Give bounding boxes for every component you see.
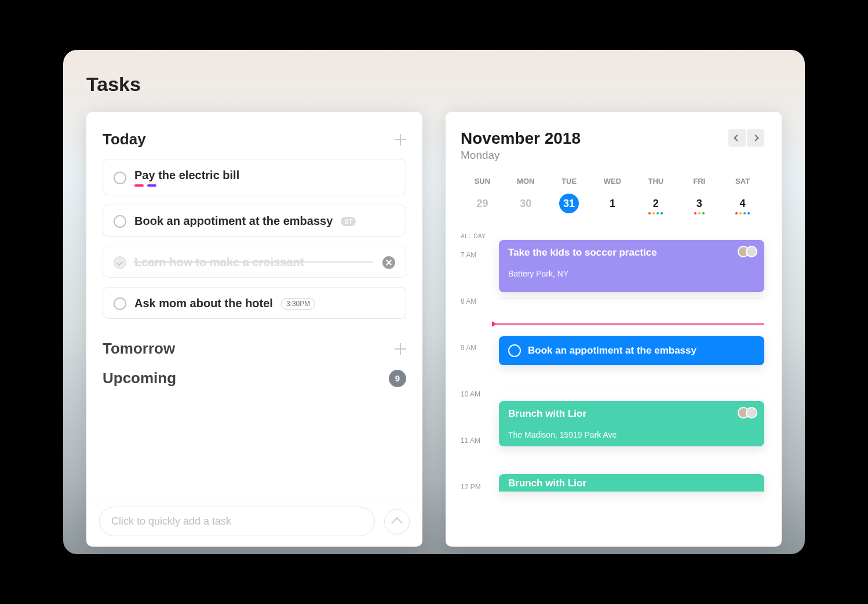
- event-location: The Madison, 15919 Park Ave: [508, 430, 755, 439]
- task-card[interactable]: Pay the electric bill: [103, 159, 406, 195]
- day-number: 29: [476, 198, 488, 210]
- event-brunch-2[interactable]: Brunch with Lior: [499, 474, 764, 492]
- weekday-label: THU: [634, 177, 677, 185]
- hour-label: 11 AM: [461, 436, 499, 483]
- task-badge: ST: [341, 217, 356, 226]
- weekday-label: SUN: [461, 177, 504, 185]
- day-number-active: 31: [559, 194, 579, 213]
- day-dots: [735, 212, 750, 214]
- day-cell[interactable]: 29: [461, 198, 504, 214]
- calendar-panel: November 2018 Monday SUN MON TUE WED THU…: [446, 112, 782, 547]
- add-tomorrow-task-icon[interactable]: [395, 343, 406, 355]
- weekday-label: WED: [591, 177, 634, 185]
- weekday-label: SAT: [721, 177, 764, 185]
- event-embassy[interactable]: Book an appotiment at the embassy: [499, 336, 764, 365]
- task-title: Ask mom about the hotel: [134, 297, 273, 310]
- current-time-indicator: [494, 323, 764, 325]
- task-title: Pay the electric bill: [134, 169, 239, 182]
- day-cell[interactable]: 4: [721, 198, 764, 214]
- time-column: ALL DAY 7 AM 8 AM 9 AM 10 AM 11 AM 12 PM: [461, 232, 499, 547]
- event-title: Take the kids to soccer practice: [508, 247, 755, 259]
- hour-label: 12 PM: [461, 483, 499, 529]
- calendar-title: November 2018: [461, 129, 581, 148]
- app-window: Tasks Today Pay the electric bill: [63, 50, 805, 554]
- event-avatars: [738, 407, 757, 419]
- event-soccer[interactable]: Take the kids to soccer practice Battery…: [499, 240, 764, 292]
- chevron-right-icon: [752, 134, 758, 141]
- all-day-label: ALL DAY: [461, 233, 499, 239]
- tomorrow-title: Tomorrow: [103, 340, 175, 358]
- quick-add-row: Click to quickly add a task: [86, 497, 422, 547]
- hour-label: 9 AM: [461, 344, 499, 390]
- weekday-label: TUE: [548, 177, 591, 185]
- task-card-done[interactable]: Learn how to make a croissant: [103, 246, 406, 278]
- upcoming-title: Upcoming: [103, 369, 176, 387]
- day-dots: [694, 212, 705, 214]
- task-title: Book an appotiment at the embassy: [134, 214, 333, 228]
- day-dots: [648, 212, 663, 214]
- day-cell[interactable]: 30: [504, 198, 548, 214]
- hour-label: 7 AM: [461, 251, 499, 297]
- event-avatars: [738, 246, 757, 257]
- event-status-ring-icon: [508, 344, 521, 357]
- page-title: Tasks: [86, 73, 782, 96]
- task-title: Learn how to make a croissant: [134, 256, 304, 269]
- task-checkbox[interactable]: [114, 297, 126, 310]
- task-time-chip: 3:30PM: [281, 298, 315, 310]
- arrow-up-icon: [391, 517, 403, 529]
- task-card[interactable]: Book an appotiment at the embassy ST: [103, 205, 406, 236]
- weekday-label: MON: [504, 177, 548, 185]
- chevron-left-icon: [734, 134, 740, 141]
- day-number: 4: [740, 198, 746, 210]
- day-cell[interactable]: 3: [677, 198, 721, 214]
- prev-week-button[interactable]: [728, 129, 746, 147]
- add-today-task-icon[interactable]: [395, 134, 406, 145]
- hour-label: 8 AM: [461, 297, 499, 344]
- calendar-subtitle: Monday: [461, 149, 581, 162]
- quick-add-input[interactable]: Click to quickly add a task: [99, 507, 375, 536]
- tag-dash: [147, 184, 156, 187]
- week-days: 29 30 31 1 2 3 4: [461, 194, 764, 218]
- event-title: Brunch with Lior: [508, 478, 755, 489]
- event-location: Battery Park, NY: [508, 269, 755, 278]
- day-number: 3: [696, 198, 702, 210]
- upcoming-count-badge: 9: [389, 370, 406, 387]
- tag-dash: [134, 184, 144, 187]
- event-title: Brunch with Lior: [508, 408, 755, 420]
- hour-label: 10 AM: [461, 390, 499, 436]
- delete-task-icon[interactable]: [382, 256, 395, 269]
- day-number: 1: [610, 198, 615, 210]
- weekday-label: FRI: [677, 177, 721, 185]
- week-header: SUN MON TUE WED THU FRI SAT: [461, 177, 764, 185]
- day-cell[interactable]: 2: [634, 198, 677, 214]
- task-checkbox[interactable]: [114, 215, 126, 228]
- day-number: 30: [520, 198, 531, 210]
- next-week-button[interactable]: [747, 129, 764, 147]
- task-checkbox[interactable]: [114, 172, 126, 184]
- task-card[interactable]: Ask mom about the hotel 3:30PM: [103, 287, 406, 319]
- events-column: Take the kids to soccer practice Battery…: [499, 232, 764, 547]
- strikethrough-line: [133, 261, 373, 263]
- day-cell-active[interactable]: 31: [548, 194, 591, 218]
- task-tags: [134, 184, 239, 187]
- tasks-panel: Today Pay the electric bill Book an appo…: [86, 112, 422, 547]
- submit-quick-task-button[interactable]: [384, 509, 410, 534]
- day-number: 2: [653, 198, 659, 210]
- today-title: Today: [103, 130, 146, 148]
- event-brunch-1[interactable]: Brunch with Lior The Madison, 15919 Park…: [499, 401, 764, 446]
- day-cell[interactable]: 1: [591, 198, 634, 214]
- task-checkbox-checked[interactable]: [114, 256, 126, 269]
- event-title: Book an appotiment at the embassy: [528, 345, 696, 356]
